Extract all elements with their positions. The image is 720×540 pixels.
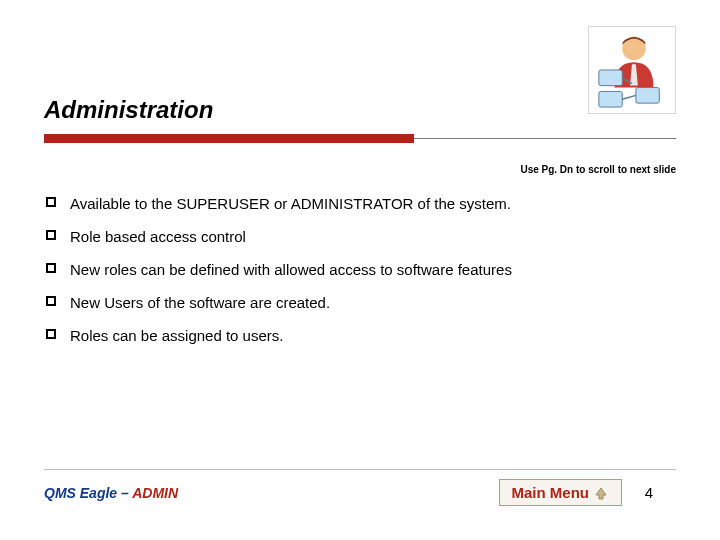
product-module: ADMIN bbox=[132, 485, 178, 501]
footer: QMS Eagle – ADMIN Main Menu 4 bbox=[44, 479, 676, 506]
square-bullet-icon bbox=[46, 329, 56, 339]
square-bullet-icon bbox=[46, 230, 56, 240]
bullet-text: New roles can be defined with allowed ac… bbox=[70, 261, 512, 278]
main-menu-button[interactable]: Main Menu bbox=[499, 479, 623, 506]
list-item: Role based access control bbox=[44, 220, 676, 253]
product-name: QMS Eagle – bbox=[44, 485, 132, 501]
slide: Administration Use Pg. Dn to scroll to n… bbox=[0, 0, 720, 540]
bullet-list: Available to the SUPERUSER or ADMINISTRA… bbox=[44, 187, 676, 352]
list-item: Roles can be assigned to users. bbox=[44, 319, 676, 352]
title-rule bbox=[44, 134, 676, 146]
list-item: New Users of the software are created. bbox=[44, 286, 676, 319]
header: Administration bbox=[44, 0, 676, 146]
bullet-text: Roles can be assigned to users. bbox=[70, 327, 283, 344]
page-title: Administration bbox=[44, 96, 676, 124]
arrow-up-icon bbox=[593, 486, 609, 500]
bullet-text: Available to the SUPERUSER or ADMINISTRA… bbox=[70, 195, 511, 212]
page-number: 4 bbox=[622, 484, 676, 501]
square-bullet-icon bbox=[46, 296, 56, 306]
scroll-hint: Use Pg. Dn to scroll to next slide bbox=[44, 164, 676, 175]
main-menu-label: Main Menu bbox=[512, 484, 590, 501]
product-label: QMS Eagle – ADMIN bbox=[44, 485, 178, 501]
bullet-text: Role based access control bbox=[70, 228, 246, 245]
list-item: New roles can be defined with allowed ac… bbox=[44, 253, 676, 286]
bullet-text: New Users of the software are created. bbox=[70, 294, 330, 311]
square-bullet-icon bbox=[46, 197, 56, 207]
list-item: Available to the SUPERUSER or ADMINISTRA… bbox=[44, 187, 676, 220]
footer-rule bbox=[44, 469, 676, 470]
square-bullet-icon bbox=[46, 263, 56, 273]
